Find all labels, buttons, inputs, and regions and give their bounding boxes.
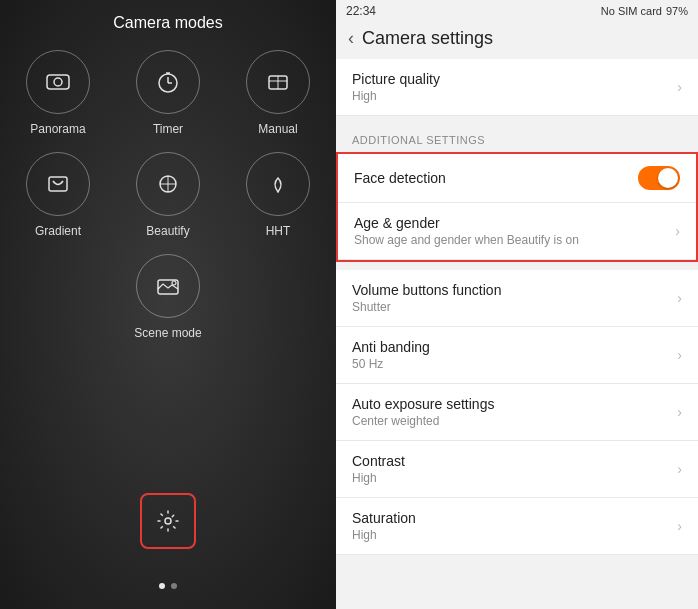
- gradient-icon: [26, 152, 90, 216]
- timer-icon: [136, 50, 200, 114]
- camera-modes-title: Camera modes: [113, 0, 222, 50]
- contrast-title: Contrast: [352, 453, 405, 469]
- page-dots: [159, 583, 177, 589]
- anti-banding-title: Anti banding: [352, 339, 430, 355]
- settings-title: Camera settings: [362, 28, 493, 49]
- dot-2: [171, 583, 177, 589]
- svg-rect-0: [47, 75, 69, 89]
- saturation-text: Saturation High: [352, 510, 416, 542]
- auto-exposure-chevron: ›: [677, 404, 682, 420]
- back-button[interactable]: ‹: [348, 28, 354, 49]
- face-detection-text: Face detection: [354, 170, 446, 186]
- mode-manual[interactable]: Manual: [233, 50, 323, 136]
- picture-quality-chevron: ›: [677, 79, 682, 95]
- battery-status: 97%: [666, 5, 688, 17]
- volume-buttons-title: Volume buttons function: [352, 282, 501, 298]
- gradient-label: Gradient: [35, 224, 81, 238]
- auto-exposure-sub: Center weighted: [352, 414, 494, 428]
- svg-point-1: [54, 78, 62, 86]
- saturation-item[interactable]: Saturation High ›: [336, 498, 698, 555]
- settings-header: ‹ Camera settings: [336, 20, 698, 59]
- manual-label: Manual: [258, 122, 297, 136]
- anti-banding-text: Anti banding 50 Hz: [352, 339, 430, 371]
- anti-banding-sub: 50 Hz: [352, 357, 430, 371]
- additional-settings-label: ADDITIONAL SETTINGS: [336, 124, 698, 152]
- volume-buttons-sub: Shutter: [352, 300, 501, 314]
- face-detection-title: Face detection: [354, 170, 446, 186]
- mode-beautify[interactable]: Beautify: [123, 152, 213, 238]
- scene-icon: [136, 254, 200, 318]
- manual-icon: [246, 50, 310, 114]
- age-gender-chevron: ›: [675, 223, 680, 239]
- volume-buttons-text: Volume buttons function Shutter: [352, 282, 501, 314]
- face-detection-toggle-container: [638, 166, 680, 190]
- timer-label: Timer: [153, 122, 183, 136]
- age-gender-title: Age & gender: [354, 215, 579, 231]
- face-detection-item[interactable]: Face detection: [338, 154, 696, 203]
- dot-1: [159, 583, 165, 589]
- picture-quality-item[interactable]: Picture quality High ›: [336, 59, 698, 116]
- anti-banding-item[interactable]: Anti banding 50 Hz ›: [336, 327, 698, 384]
- toggle-knob: [658, 168, 678, 188]
- saturation-title: Saturation: [352, 510, 416, 526]
- saturation-sub: High: [352, 528, 416, 542]
- beautify-label: Beautify: [146, 224, 189, 238]
- settings-button-container: [140, 493, 196, 549]
- mode-timer[interactable]: Timer: [123, 50, 213, 136]
- sim-status: No SIM card: [601, 5, 662, 17]
- panorama-label: Panorama: [30, 122, 85, 136]
- saturation-chevron: ›: [677, 518, 682, 534]
- status-right: No SIM card 97%: [601, 5, 688, 17]
- highlighted-section: Face detection Age & gender Show age and…: [336, 152, 698, 262]
- scene-label: Scene mode: [134, 326, 201, 340]
- svg-point-14: [172, 281, 176, 285]
- contrast-chevron: ›: [677, 461, 682, 477]
- beautify-icon: [136, 152, 200, 216]
- camera-modes-grid: Panorama Timer Manual: [0, 50, 343, 340]
- face-detection-toggle[interactable]: [638, 166, 680, 190]
- camera-modes-panel: Camera modes Panorama Timer: [0, 0, 336, 609]
- contrast-sub: High: [352, 471, 405, 485]
- status-bar: 22:34 No SIM card 97%: [336, 0, 698, 20]
- age-gender-item[interactable]: Age & gender Show age and gender when Be…: [338, 203, 696, 260]
- divider-2: [336, 262, 698, 270]
- hht-label: HHT: [266, 224, 291, 238]
- divider-1: [336, 116, 698, 124]
- picture-quality-sub: High: [352, 89, 440, 103]
- picture-quality-title: Picture quality: [352, 71, 440, 87]
- mode-scene[interactable]: Scene mode: [123, 254, 213, 340]
- contrast-text: Contrast High: [352, 453, 405, 485]
- auto-exposure-title: Auto exposure settings: [352, 396, 494, 412]
- mode-hht[interactable]: HHT: [233, 152, 323, 238]
- hht-icon: [246, 152, 310, 216]
- mode-gradient[interactable]: Gradient: [13, 152, 103, 238]
- volume-buttons-item[interactable]: Volume buttons function Shutter ›: [336, 270, 698, 327]
- camera-settings-panel: 22:34 No SIM card 97% ‹ Camera settings …: [336, 0, 698, 609]
- age-gender-sub: Show age and gender when Beautify is on: [354, 233, 579, 247]
- settings-list: Picture quality High › ADDITIONAL SETTIN…: [336, 59, 698, 609]
- contrast-item[interactable]: Contrast High ›: [336, 441, 698, 498]
- auto-exposure-item[interactable]: Auto exposure settings Center weighted ›: [336, 384, 698, 441]
- picture-quality-text: Picture quality High: [352, 71, 440, 103]
- mode-panorama[interactable]: Panorama: [13, 50, 103, 136]
- age-gender-text: Age & gender Show age and gender when Be…: [354, 215, 579, 247]
- svg-point-15: [165, 518, 171, 524]
- status-time: 22:34: [346, 4, 376, 18]
- anti-banding-chevron: ›: [677, 347, 682, 363]
- settings-button[interactable]: [140, 493, 196, 549]
- auto-exposure-text: Auto exposure settings Center weighted: [352, 396, 494, 428]
- volume-buttons-chevron: ›: [677, 290, 682, 306]
- panorama-icon: [26, 50, 90, 114]
